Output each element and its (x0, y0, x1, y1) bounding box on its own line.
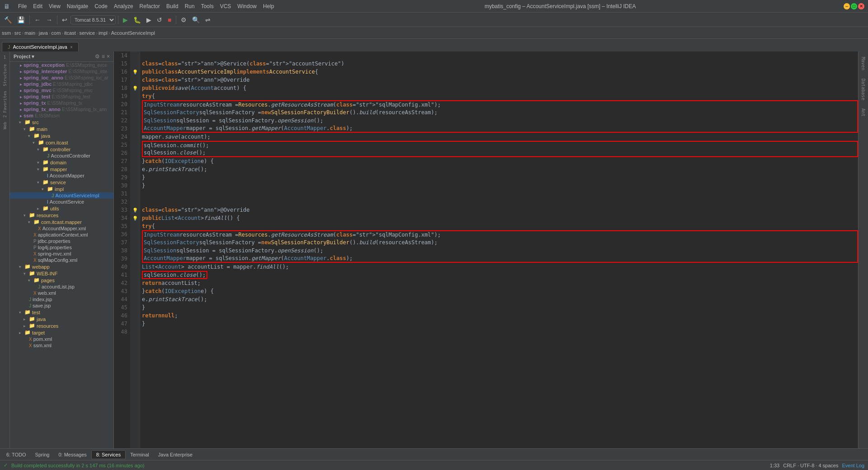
tree-item[interactable]: ▸spring_exception E:\SSM\spring_exce (10, 62, 113, 68)
tree-item[interactable]: Plog4j.properties (10, 244, 113, 251)
panel-settings-icon[interactable]: ⚙ (95, 53, 100, 60)
tree-item[interactable]: ▾📁impl (10, 186, 113, 192)
tree-item[interactable]: ▾📁main (10, 126, 113, 132)
tree-item[interactable]: JAccountServiceImpl (10, 192, 113, 199)
encoding-info[interactable]: CRLF · UTF-8 · 4 spaces (783, 463, 838, 468)
tree-item[interactable]: JaccountList.jsp (10, 284, 113, 290)
breadcrumb-ssm[interactable]: ssm (2, 30, 11, 36)
ant-icon[interactable]: Ant (860, 105, 867, 120)
menu-analyze[interactable]: Analyze (111, 2, 136, 10)
tree-item[interactable]: XapplicationContext.xml (10, 232, 113, 238)
tree-item[interactable]: ▾📁com.itcast.mapper (10, 219, 113, 225)
tree-item[interactable]: ▸📁utils (10, 205, 113, 212)
tree-item[interactable]: ▾📁WEB-INF (10, 270, 113, 277)
tree-item[interactable]: ▾📁com.itcast (10, 139, 113, 146)
menu-run[interactable]: Run (182, 2, 197, 10)
tree-item[interactable]: Xssm.xml (10, 342, 113, 349)
tree-item[interactable]: ▸📁target (10, 329, 113, 336)
bottom-tab-0-messages[interactable]: 0: Messages (54, 451, 91, 459)
tree-item[interactable]: Xspring-mvc.xml (10, 251, 113, 257)
menu-window[interactable]: Window (235, 2, 259, 10)
menu-edit[interactable]: Edit (30, 2, 45, 10)
menu-refactor[interactable]: Refactor (137, 2, 163, 10)
tree-item[interactable]: ▾📁test (10, 309, 113, 316)
menu-navigate[interactable]: Navigate (64, 2, 91, 10)
menu-vcs[interactable]: VCS (217, 2, 234, 10)
breadcrumb-service[interactable]: service (79, 30, 95, 36)
tab-account-service-impl[interactable]: J AccountServiceImpl.java × (2, 42, 79, 51)
tree-item[interactable]: ▸spring_mvc E:\SSM\spring_mvc (10, 87, 113, 93)
cursor-position[interactable]: 1:33 (770, 463, 779, 468)
minimize-button[interactable]: – (844, 3, 850, 9)
menu-build[interactable]: Build (164, 2, 181, 10)
menu-help[interactable]: Help (260, 2, 277, 10)
menu-tools[interactable]: Tools (198, 2, 216, 10)
breadcrumb-impl[interactable]: impl (99, 30, 108, 36)
tree-item[interactable]: Jindex.jsp (10, 296, 113, 302)
back-icon[interactable]: ← (32, 15, 43, 25)
favorites-icon[interactable]: 2 Favorites (2, 89, 8, 120)
search-icon[interactable]: 🔍 (190, 15, 202, 25)
tree-item[interactable]: ▾📁pages (10, 277, 113, 284)
run-icon[interactable]: ▶ (121, 15, 130, 25)
tree-item[interactable]: ▾📁resources (10, 212, 113, 219)
tree-item[interactable]: ▸📁java (10, 316, 113, 322)
breadcrumb-main[interactable]: main (24, 30, 35, 36)
maximize-button[interactable]: □ (851, 3, 857, 9)
tree-item[interactable]: IAccountService (10, 199, 113, 205)
build-icon[interactable]: 🔨 (2, 15, 14, 25)
tree-item[interactable]: ▸📁resources (10, 322, 113, 329)
panel-close-icon[interactable]: × (107, 53, 110, 60)
bottom-tab-java-enterprise[interactable]: Java Enterprise (154, 451, 197, 459)
tree-item[interactable]: ▾📁src (10, 119, 113, 126)
breadcrumb-com[interactable]: com (52, 30, 61, 36)
project-icon[interactable]: 1 (3, 53, 7, 61)
code-content[interactable]: class=class="str">"ann">@Service(class="… (140, 51, 858, 448)
debug-icon[interactable]: 🐛 (131, 15, 143, 25)
close-button[interactable]: ✕ (858, 3, 864, 9)
bottom-tab-8-services[interactable]: 8: Services (91, 450, 126, 459)
tree-item[interactable]: ▸ssm E:\SSM\ssm (10, 112, 113, 119)
run2-icon[interactable]: ▶ (144, 15, 154, 25)
tree-item[interactable]: ▸spring_tx_anno E:\SSM\spring_tx_ann (10, 106, 113, 112)
forward-icon[interactable]: → (44, 15, 55, 25)
tree-item[interactable]: Jsave.jsp (10, 302, 113, 309)
menu-file[interactable]: File (15, 2, 29, 10)
tree-item[interactable]: ▸spring_tx E:\SSM\spring_tx (10, 100, 113, 106)
tree-item[interactable]: ▾📁mapper (10, 166, 113, 172)
tree-item[interactable]: JAccountController (10, 153, 113, 159)
window-controls[interactable]: – □ ✕ (844, 3, 864, 9)
tree-item[interactable]: ▾📁service (10, 179, 113, 186)
bottom-tab-6-todo[interactable]: 6: TODO (2, 451, 31, 459)
translate-icon[interactable]: ⇌ (203, 15, 213, 25)
tree-item[interactable]: XsqlMapConfig.xml (10, 257, 113, 263)
menu-code[interactable]: Code (92, 2, 110, 10)
tree-item[interactable]: ▸spring_intercepter E:\SSM\spring_inte (10, 68, 113, 74)
bottom-tab-terminal[interactable]: Terminal (126, 451, 154, 459)
structure-icon[interactable]: Structure (2, 62, 8, 88)
breadcrumb-file[interactable]: AccountServiceImpl (111, 30, 155, 36)
maven-icon[interactable]: Maven (860, 53, 867, 74)
tab-close-icon[interactable]: × (70, 45, 73, 50)
tree-item[interactable]: IAccountMapper (10, 172, 113, 179)
tree-item[interactable]: ▾📁controller (10, 146, 113, 153)
tree-item[interactable]: ▾📁webapp (10, 263, 113, 270)
refresh-icon[interactable]: ↺ (155, 15, 164, 25)
event-log-link[interactable]: Event Log (842, 463, 864, 468)
save-icon[interactable]: 💾 (15, 15, 27, 25)
breadcrumb-java[interactable]: java (39, 30, 48, 36)
bottom-tab-spring[interactable]: Spring (31, 451, 54, 459)
breadcrumb-itcast[interactable]: itcast (64, 30, 76, 36)
tree-item[interactable]: ▾📁domain (10, 159, 113, 166)
web-icon[interactable]: Web (2, 120, 8, 131)
tree-item[interactable]: ▸spring_test E:\SSM\spring_test (10, 93, 113, 100)
tree-item[interactable]: ▸spring_ioc_anno E:\SSM\spring_ioc_ar (10, 74, 113, 81)
tree-item[interactable]: XAccountMapper.xml (10, 225, 113, 232)
panel-collapse-icon[interactable]: ≡ (102, 53, 105, 60)
settings-icon[interactable]: ⚙ (178, 15, 189, 25)
stop-icon[interactable]: ■ (165, 15, 174, 25)
tree-item[interactable]: ▸spring_jdbc E:\SSM\spring_jdbc (10, 81, 113, 87)
menu-view[interactable]: View (46, 2, 63, 10)
run-config-dropdown[interactable]: Tomcat 8.5.31 (70, 15, 116, 24)
tree-item[interactable]: Pjdbc.properties (10, 238, 113, 244)
